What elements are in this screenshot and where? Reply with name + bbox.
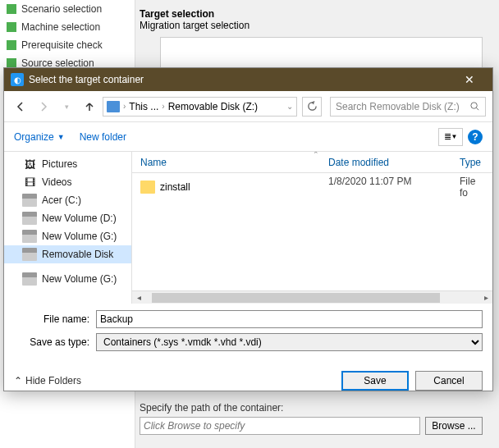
wizard-step: Scenario selection: [0, 0, 135, 18]
view-options-button[interactable]: ≣ ▼: [438, 128, 463, 146]
search-input[interactable]: Search Removable Disk (Z:): [330, 97, 486, 117]
tree-item-drive-d[interactable]: New Volume (D:): [4, 209, 131, 227]
titlebar: ◐ Select the target container ✕: [4, 68, 492, 91]
search-icon: [469, 101, 480, 112]
forward-button[interactable]: [34, 97, 53, 117]
up-button[interactable]: [80, 97, 99, 117]
save-button[interactable]: Save: [341, 371, 409, 391]
chevron-down-icon: ▼: [57, 133, 65, 141]
tree-item-pictures[interactable]: Pictures: [4, 155, 131, 173]
nav-bar: ▾ › This ... › Removable Disk (Z:) ⌄ Sea…: [4, 91, 492, 122]
drive-icon: [22, 230, 37, 243]
scroll-thumb[interactable]: [152, 293, 440, 303]
dialog-title: Select the target container: [29, 74, 144, 85]
sort-asc-icon: ⌃: [313, 152, 319, 158]
tree-item-drive-g2[interactable]: New Volume (G:): [4, 270, 131, 288]
col-name[interactable]: Name⌃: [132, 152, 320, 172]
chevron-right-icon: ›: [123, 102, 126, 111]
filename-label: File name:: [14, 313, 96, 325]
app-icon: ◐: [11, 73, 24, 86]
crumb-thispc[interactable]: This ...: [129, 101, 158, 112]
drive-icon: [22, 272, 37, 286]
cancel-button[interactable]: Cancel: [415, 371, 483, 391]
scroll-right-icon[interactable]: ▸: [479, 293, 492, 302]
pc-icon: [107, 101, 120, 112]
hide-folders-toggle[interactable]: ⌃Hide Folders: [14, 375, 81, 386]
svg-point-0: [471, 103, 477, 108]
file-row[interactable]: zinstall 1/8/2020 11:07 PM File fo: [132, 173, 492, 201]
drive-icon: [22, 248, 37, 261]
organize-menu[interactable]: Organize▼: [14, 131, 65, 143]
back-button[interactable]: [11, 97, 30, 117]
tree-item-drive-g[interactable]: New Volume (G:): [4, 227, 131, 245]
toolbar: Organize▼ New folder ≣ ▼ ?: [4, 122, 492, 152]
chevron-up-icon: ⌃: [14, 375, 22, 386]
path-input[interactable]: [140, 417, 420, 435]
drive-icon: [22, 212, 37, 225]
saveas-select[interactable]: Containers (*.sys *.vmdk *.vhd *.vdi): [96, 333, 483, 351]
address-bar[interactable]: › This ... › Removable Disk (Z:) ⌄: [103, 97, 297, 117]
wizard-heading: Target selection Migration target select…: [140, 8, 250, 31]
close-button[interactable]: ✕: [453, 68, 486, 91]
tree-item-drive-c[interactable]: Acer (C:): [4, 191, 131, 209]
new-folder-button[interactable]: New folder: [80, 131, 126, 143]
crumb-drive[interactable]: Removable Disk (Z:): [168, 101, 258, 112]
horizontal-scrollbar[interactable]: ◂ ▸: [132, 290, 492, 304]
wizard-step: Prerequisite check: [0, 36, 135, 54]
recent-dropdown[interactable]: ▾: [57, 97, 76, 117]
file-list: Name⌃ Date modified Type zinstall 1/8/20…: [131, 152, 492, 304]
filename-input[interactable]: [96, 310, 483, 328]
save-dialog: ◐ Select the target container ✕ ▾ › This…: [3, 67, 493, 391]
videos-icon: [22, 176, 37, 189]
chevron-right-icon: ›: [162, 102, 164, 111]
tree-item-removable[interactable]: Removable Disk: [4, 245, 131, 263]
wizard-step: Machine selection: [0, 18, 135, 36]
browse-button[interactable]: Browse ...: [425, 417, 483, 435]
pictures-icon: [22, 158, 37, 171]
chevron-down-icon[interactable]: ⌄: [286, 102, 293, 111]
container-path-section: Specify the path of the container: Brows…: [140, 402, 483, 435]
tree-item-videos[interactable]: Videos: [4, 173, 131, 191]
col-type[interactable]: Type: [451, 152, 492, 172]
help-icon[interactable]: ?: [468, 130, 483, 144]
folder-tree: Pictures Videos Acer (C:) New Volume (D:…: [4, 152, 131, 304]
scroll-left-icon[interactable]: ◂: [132, 293, 145, 302]
saveas-label: Save as type:: [14, 336, 96, 348]
col-date[interactable]: Date modified: [320, 152, 451, 172]
refresh-button[interactable]: [302, 97, 322, 117]
drive-icon: [22, 194, 37, 207]
folder-icon: [140, 181, 155, 194]
path-label: Specify the path of the container:: [140, 402, 483, 414]
